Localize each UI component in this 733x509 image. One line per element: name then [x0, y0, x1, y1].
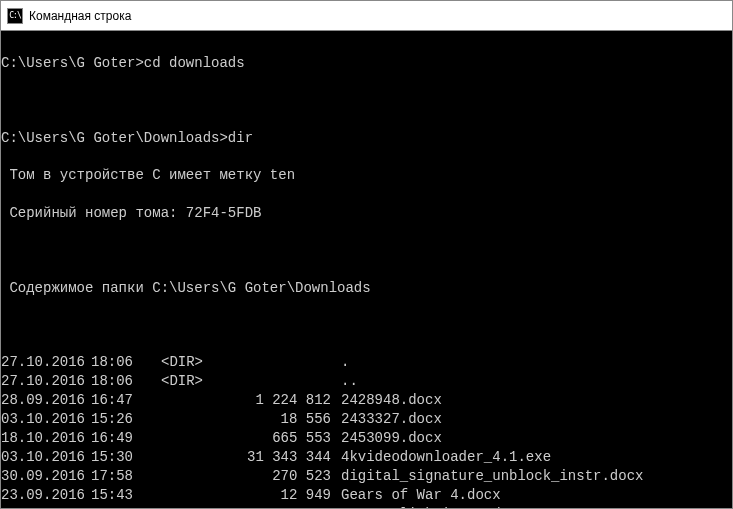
cmd-window: C:\ Командная строка C:\Users\G Goter>cd… [0, 0, 733, 509]
col-size: 1 224 812 [221, 391, 341, 410]
col-date: 03.10.2016 [1, 448, 91, 467]
list-item: 23.09.201615:4312 949Gears of War 4.docx [1, 486, 732, 505]
col-dir [161, 391, 221, 410]
list-item: 27.10.201618:06<DIR>.. [1, 372, 732, 391]
titlebar[interactable]: C:\ Командная строка [1, 1, 732, 31]
col-size: 264 466 [221, 505, 341, 508]
col-name: Gears of War 4.docx [341, 486, 732, 505]
directory-listing: 27.10.201618:06<DIR>.27.10.201618:06<DIR… [1, 353, 732, 508]
blank-3 [1, 317, 732, 335]
list-item: 18.10.201616:49665 5532453099.docx [1, 429, 732, 448]
list-item: 27.10.201618:06<DIR>. [1, 353, 732, 372]
list-item: 28.09.201616:471 224 8122428948.docx [1, 391, 732, 410]
col-name: 2453099.docx [341, 429, 732, 448]
prompt-2: C:\Users\G Goter\Downloads> [1, 130, 228, 146]
col-size: 665 553 [221, 429, 341, 448]
serial-line: Серийный номер тома: 72F4-5FDB [1, 204, 732, 223]
col-size: 18 556 [221, 410, 341, 429]
col-size: 270 523 [221, 467, 341, 486]
cmd-1: cd downloads [144, 55, 245, 71]
col-size [221, 372, 341, 391]
col-name: 2433327.docx [341, 410, 732, 429]
blank-1 [1, 92, 732, 110]
col-time: 18:04 [91, 505, 161, 508]
col-time: 16:49 [91, 429, 161, 448]
list-item: 03.10.201615:2618 5562433327.docx [1, 410, 732, 429]
col-size: 31 343 344 [221, 448, 341, 467]
cmd-icon: C:\ [7, 8, 23, 24]
col-dir [161, 486, 221, 505]
list-item: 30.09.201617:58270 523digital_signature_… [1, 467, 732, 486]
prompt-line-2: C:\Users\G Goter\Downloads>dir [1, 129, 732, 148]
col-time: 16:47 [91, 391, 161, 410]
col-date: 18.10.2016 [1, 429, 91, 448]
col-name: . [341, 353, 732, 372]
cmd-2: dir [228, 130, 253, 146]
col-size: 12 949 [221, 486, 341, 505]
col-time: 15:43 [91, 486, 161, 505]
col-dir [161, 448, 221, 467]
col-time: 18:06 [91, 353, 161, 372]
prompt-line-1: C:\Users\G Goter>cd downloads [1, 54, 732, 73]
col-dir: <DIR> [161, 353, 221, 372]
prompt-1: C:\Users\G Goter> [1, 55, 144, 71]
terminal-area[interactable]: C:\Users\G Goter>cd downloads C:\Users\G… [1, 31, 732, 508]
blank-2 [1, 242, 732, 260]
col-time: 15:30 [91, 448, 161, 467]
col-time: 15:26 [91, 410, 161, 429]
col-date: 14.10.2016 [1, 505, 91, 508]
col-dir: <DIR> [161, 372, 221, 391]
col-dir [161, 467, 221, 486]
col-name: digital_signature_unblock_instr.docx [341, 467, 732, 486]
col-dir [161, 505, 221, 508]
col-date: 23.09.2016 [1, 486, 91, 505]
col-dir [161, 410, 221, 429]
col-size [221, 353, 341, 372]
col-name: magnet_link_instr.docx [341, 505, 732, 508]
col-date: 03.10.2016 [1, 410, 91, 429]
dirof-line: Содержимое папки C:\Users\G Goter\Downlo… [1, 279, 732, 298]
col-name: 4kvideodownloader_4.1.exe [341, 448, 732, 467]
window-title: Командная строка [29, 9, 131, 23]
col-name: .. [341, 372, 732, 391]
col-date: 27.10.2016 [1, 372, 91, 391]
col-dir [161, 429, 221, 448]
list-item: 14.10.201618:04264 466magnet_link_instr.… [1, 505, 732, 508]
col-name: 2428948.docx [341, 391, 732, 410]
col-time: 18:06 [91, 372, 161, 391]
col-time: 17:58 [91, 467, 161, 486]
col-date: 30.09.2016 [1, 467, 91, 486]
col-date: 28.09.2016 [1, 391, 91, 410]
list-item: 03.10.201615:3031 343 3444kvideodownload… [1, 448, 732, 467]
volume-line: Том в устройстве C имеет метку ten [1, 166, 732, 185]
col-date: 27.10.2016 [1, 353, 91, 372]
